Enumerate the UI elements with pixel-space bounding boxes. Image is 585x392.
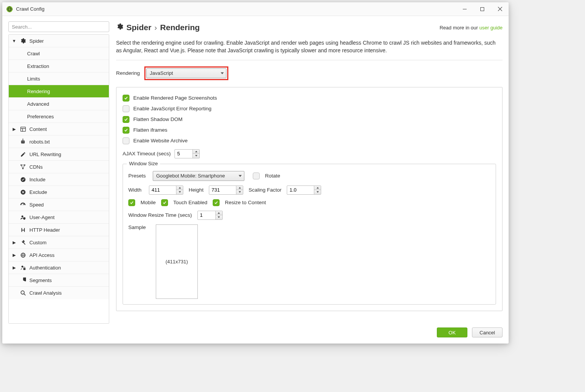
sidebar-item-segments[interactable]: Segments <box>9 274 109 287</box>
breadcrumb-sep: › <box>154 23 157 32</box>
titlebar: Crawl Config <box>2 2 509 16</box>
pie-icon <box>19 277 26 284</box>
sidebar-item-label: Extraction <box>27 63 49 69</box>
svg-point-27 <box>21 291 24 294</box>
ajax-timeout-label: AJAX Timeout (secs) <box>123 151 171 156</box>
stepper-up-icon[interactable] <box>236 186 243 190</box>
ok-button[interactable]: OK <box>437 327 467 337</box>
svg-point-11 <box>22 142 23 142</box>
caret-right-icon: ▶ <box>12 253 16 258</box>
height-spinner[interactable] <box>209 186 243 195</box>
sidebar-item-rendering[interactable]: Rendering <box>9 85 109 98</box>
user-guide-link[interactable]: user guide <box>479 25 503 31</box>
breadcrumb-parent: Spider <box>126 23 151 32</box>
sidebar-item-http-header[interactable]: HTTP Header <box>9 224 109 236</box>
sidebar-item-robots[interactable]: robots.txt <box>9 136 109 148</box>
chevron-down-icon <box>239 175 242 177</box>
checkbox-row: Enable JavaScript Error Reporting <box>123 103 496 114</box>
stepper-down-icon[interactable] <box>193 153 199 158</box>
flatten-shadow-dom-checkbox[interactable] <box>123 116 129 123</box>
checkbox-label: Flatten iframes <box>133 127 167 133</box>
sidebar-item-custom[interactable]: ▶ Custom <box>9 236 109 249</box>
caret-right-icon: ▶ <box>12 127 16 132</box>
check-circle-icon <box>19 176 26 183</box>
stepper-up-icon[interactable] <box>216 211 222 215</box>
maximize-button[interactable] <box>473 3 491 15</box>
checkbox-label: Enable Website Archive <box>133 138 187 144</box>
minimize-button[interactable] <box>456 3 473 15</box>
scaling-input[interactable] <box>287 186 314 194</box>
mobile-checkbox[interactable] <box>128 199 135 206</box>
presets-value: Googlebot Mobile: Smartphone <box>156 173 225 179</box>
sidebar-item-url-rewriting[interactable]: URL Rewriting <box>9 148 109 161</box>
dialog-window: Crawl Config Search... ▼ <box>2 2 509 344</box>
sidebar-item-speed[interactable]: Speed <box>9 198 109 211</box>
sidebar-item-user-agent[interactable]: User-Agent <box>9 211 109 224</box>
sidebar-item-label: Speed <box>29 202 44 208</box>
scaling-spinner[interactable] <box>287 186 321 195</box>
ajax-timeout-row: AJAX Timeout (secs) <box>123 149 496 158</box>
enable-js-error-checkbox[interactable] <box>123 105 129 112</box>
resize-time-label: Window Resize Time (secs) <box>128 212 192 218</box>
header-icon <box>19 226 26 233</box>
svg-line-20 <box>23 204 24 205</box>
caret-down-icon: ▼ <box>12 39 16 43</box>
search-input[interactable]: Search... <box>8 21 109 32</box>
height-input[interactable] <box>209 186 236 194</box>
sidebar-item-cdns[interactable]: CDNs <box>9 161 109 173</box>
sidebar-item-extraction[interactable]: Extraction <box>9 60 109 73</box>
flatten-iframes-checkbox[interactable] <box>123 127 129 134</box>
edit-icon <box>19 151 26 158</box>
resize-time-input[interactable] <box>198 211 215 219</box>
rotate-checkbox[interactable] <box>253 173 260 179</box>
svg-rect-10 <box>21 140 24 143</box>
ajax-timeout-input[interactable] <box>175 150 192 158</box>
sample-preview: (411x731) <box>156 224 198 299</box>
rendering-dropdown[interactable]: JavaScript <box>146 68 226 78</box>
sidebar-item-crawl[interactable]: Crawl <box>9 47 109 60</box>
sidebar-item-label: robots.txt <box>29 139 50 145</box>
fieldset-legend: Window Size <box>127 161 160 166</box>
user-shield-icon <box>19 214 26 221</box>
sidebar-item-include[interactable]: Include <box>9 173 109 186</box>
close-button[interactable] <box>491 3 509 15</box>
checkbox-label: Enable Rendered Page Screenshots <box>133 95 217 101</box>
sidebar-item-spider[interactable]: ▼ Spider <box>9 35 109 47</box>
sidebar-item-exclude[interactable]: Exclude <box>9 186 109 198</box>
stepper-up-icon[interactable] <box>193 150 199 154</box>
network-icon <box>19 163 26 170</box>
enable-archive-checkbox[interactable] <box>123 137 129 144</box>
sidebar-item-advanced[interactable]: Advanced <box>9 98 109 110</box>
resize-time-spinner[interactable] <box>197 211 223 220</box>
width-input[interactable] <box>149 186 176 194</box>
mobile-label: Mobile <box>141 200 156 205</box>
stepper-down-icon[interactable] <box>314 190 321 194</box>
ajax-timeout-spinner[interactable] <box>175 149 200 158</box>
checkbox-row: Enable Rendered Page Screenshots <box>123 93 496 103</box>
sidebar-item-content[interactable]: ▶ Content <box>9 123 109 136</box>
enable-screenshots-checkbox[interactable] <box>123 95 129 102</box>
sidebar-item-crawl-analysis[interactable]: Crawl Analysis <box>9 287 109 299</box>
cancel-button[interactable]: Cancel <box>472 327 503 337</box>
sidebar-item-label: CDNs <box>29 164 43 170</box>
resize-content-label: Resize to Content <box>225 200 266 205</box>
caret-right-icon: ▶ <box>12 265 16 270</box>
width-spinner[interactable] <box>149 186 183 195</box>
sidebar-item-api-access[interactable]: ▶ API Access <box>9 249 109 261</box>
flags-row: Mobile Touch Enabled Resize to Content <box>128 199 490 206</box>
resize-content-checkbox[interactable] <box>213 199 220 206</box>
gear-icon <box>19 37 26 44</box>
checkbox-row: Flatten Shadow DOM <box>123 114 496 125</box>
stepper-down-icon[interactable] <box>216 215 222 219</box>
stepper-up-icon[interactable] <box>314 186 321 190</box>
sidebar-item-authentication[interactable]: ▶ Authentication <box>9 261 109 274</box>
presets-dropdown[interactable]: Googlebot Mobile: Smartphone <box>153 171 244 181</box>
sidebar-item-limits[interactable]: Limits <box>9 73 109 85</box>
sidebar-item-label: User-Agent <box>29 215 55 220</box>
rotate-label: Rotate <box>265 173 280 179</box>
touch-checkbox[interactable] <box>161 199 168 206</box>
stepper-down-icon[interactable] <box>176 190 183 194</box>
stepper-up-icon[interactable] <box>176 186 183 190</box>
stepper-down-icon[interactable] <box>236 190 243 194</box>
sidebar-item-preferences[interactable]: Preferences <box>9 110 109 123</box>
